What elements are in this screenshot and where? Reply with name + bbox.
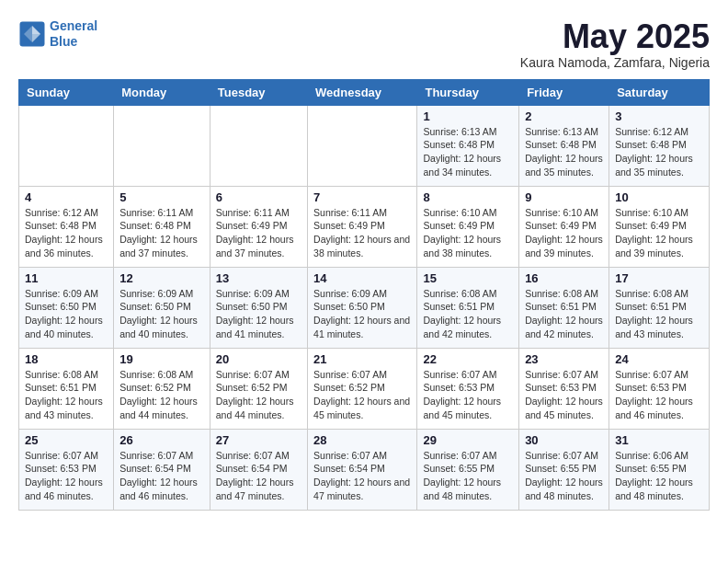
day-number: 22 [423, 352, 513, 366]
calendar-cell: 16Sunrise: 6:08 AMSunset: 6:51 PMDayligh… [519, 267, 609, 348]
day-number: 9 [525, 190, 603, 204]
calendar-cell: 22Sunrise: 6:07 AMSunset: 6:53 PMDayligh… [417, 348, 519, 429]
calendar-cell [308, 105, 417, 186]
calendar-cell [114, 105, 210, 186]
day-number: 19 [119, 352, 204, 366]
day-info: Sunrise: 6:10 AMSunset: 6:49 PMDaylight:… [525, 206, 603, 260]
day-info: Sunrise: 6:08 AMSunset: 6:51 PMDaylight:… [525, 287, 603, 341]
day-info: Sunrise: 6:07 AMSunset: 6:55 PMDaylight:… [525, 449, 603, 503]
day-number: 25 [25, 433, 108, 447]
day-info: Sunrise: 6:10 AMSunset: 6:49 PMDaylight:… [423, 206, 513, 260]
day-info: Sunrise: 6:07 AMSunset: 6:55 PMDaylight:… [423, 449, 513, 503]
calendar-cell: 21Sunrise: 6:07 AMSunset: 6:52 PMDayligh… [308, 348, 417, 429]
week-row-4: 18Sunrise: 6:08 AMSunset: 6:51 PMDayligh… [19, 348, 710, 429]
day-number: 11 [25, 271, 108, 285]
day-number: 3 [615, 109, 703, 123]
calendar-cell: 14Sunrise: 6:09 AMSunset: 6:50 PMDayligh… [308, 267, 417, 348]
day-info: Sunrise: 6:12 AMSunset: 6:48 PMDaylight:… [615, 125, 703, 179]
calendar-cell: 9Sunrise: 6:10 AMSunset: 6:49 PMDaylight… [519, 186, 609, 267]
weekday-header-wednesday: Wednesday [308, 79, 417, 105]
day-info: Sunrise: 6:08 AMSunset: 6:51 PMDaylight:… [25, 368, 108, 422]
day-number: 29 [423, 433, 513, 447]
calendar-cell: 5Sunrise: 6:11 AMSunset: 6:48 PMDaylight… [114, 186, 210, 267]
weekday-header-thursday: Thursday [417, 79, 519, 105]
weekday-header-friday: Friday [519, 79, 609, 105]
day-number: 4 [25, 190, 108, 204]
week-row-3: 11Sunrise: 6:09 AMSunset: 6:50 PMDayligh… [19, 267, 710, 348]
week-row-2: 4Sunrise: 6:12 AMSunset: 6:48 PMDaylight… [19, 186, 710, 267]
calendar-cell: 23Sunrise: 6:07 AMSunset: 6:53 PMDayligh… [519, 348, 609, 429]
calendar-cell: 13Sunrise: 6:09 AMSunset: 6:50 PMDayligh… [210, 267, 307, 348]
calendar-cell: 20Sunrise: 6:07 AMSunset: 6:52 PMDayligh… [210, 348, 307, 429]
day-number: 28 [313, 433, 411, 447]
weekday-header-sunday: Sunday [19, 79, 114, 105]
calendar-cell: 15Sunrise: 6:08 AMSunset: 6:51 PMDayligh… [417, 267, 519, 348]
calendar-cell: 18Sunrise: 6:08 AMSunset: 6:51 PMDayligh… [19, 348, 114, 429]
day-number: 5 [119, 190, 204, 204]
day-info: Sunrise: 6:11 AMSunset: 6:49 PMDaylight:… [216, 206, 301, 260]
day-info: Sunrise: 6:09 AMSunset: 6:50 PMDaylight:… [119, 287, 204, 341]
calendar-cell: 19Sunrise: 6:08 AMSunset: 6:52 PMDayligh… [114, 348, 210, 429]
weekday-header-monday: Monday [114, 79, 210, 105]
calendar-cell: 2Sunrise: 6:13 AMSunset: 6:48 PMDaylight… [519, 105, 609, 186]
month-title: May 2025 [520, 18, 710, 55]
day-number: 8 [423, 190, 513, 204]
day-info: Sunrise: 6:11 AMSunset: 6:49 PMDaylight:… [313, 206, 411, 260]
location: Kaura Namoda, Zamfara, Nigeria [520, 55, 710, 70]
day-number: 13 [216, 271, 301, 285]
calendar-cell: 24Sunrise: 6:07 AMSunset: 6:53 PMDayligh… [609, 348, 710, 429]
day-number: 16 [525, 271, 603, 285]
calendar-cell: 30Sunrise: 6:07 AMSunset: 6:55 PMDayligh… [519, 429, 609, 510]
calendar-cell: 3Sunrise: 6:12 AMSunset: 6:48 PMDaylight… [609, 105, 710, 186]
day-info: Sunrise: 6:07 AMSunset: 6:53 PMDaylight:… [25, 449, 108, 503]
calendar-cell [210, 105, 307, 186]
day-number: 20 [216, 352, 301, 366]
day-number: 23 [525, 352, 603, 366]
calendar-cell: 10Sunrise: 6:10 AMSunset: 6:49 PMDayligh… [609, 186, 710, 267]
day-number: 12 [119, 271, 204, 285]
weekday-header-saturday: Saturday [609, 79, 710, 105]
day-info: Sunrise: 6:07 AMSunset: 6:53 PMDaylight:… [525, 368, 603, 422]
day-info: Sunrise: 6:11 AMSunset: 6:48 PMDaylight:… [119, 206, 204, 260]
day-info: Sunrise: 6:06 AMSunset: 6:55 PMDaylight:… [615, 449, 703, 503]
logo-text: General Blue [50, 18, 97, 50]
day-info: Sunrise: 6:07 AMSunset: 6:54 PMDaylight:… [119, 449, 204, 503]
day-info: Sunrise: 6:09 AMSunset: 6:50 PMDaylight:… [313, 287, 411, 341]
week-row-1: 1Sunrise: 6:13 AMSunset: 6:48 PMDaylight… [19, 105, 710, 186]
calendar-cell: 26Sunrise: 6:07 AMSunset: 6:54 PMDayligh… [114, 429, 210, 510]
calendar-cell: 27Sunrise: 6:07 AMSunset: 6:54 PMDayligh… [210, 429, 307, 510]
day-number: 30 [525, 433, 603, 447]
title-block: May 2025 Kaura Namoda, Zamfara, Nigeria [520, 18, 710, 70]
calendar-cell: 1Sunrise: 6:13 AMSunset: 6:48 PMDaylight… [417, 105, 519, 186]
day-number: 31 [615, 433, 703, 447]
day-number: 10 [615, 190, 703, 204]
day-info: Sunrise: 6:13 AMSunset: 6:48 PMDaylight:… [525, 125, 603, 179]
calendar-cell: 4Sunrise: 6:12 AMSunset: 6:48 PMDaylight… [19, 186, 114, 267]
logo-icon [18, 20, 46, 48]
week-row-5: 25Sunrise: 6:07 AMSunset: 6:53 PMDayligh… [19, 429, 710, 510]
day-number: 21 [313, 352, 411, 366]
page-header: General Blue May 2025 Kaura Namoda, Zamf… [18, 18, 710, 70]
day-number: 17 [615, 271, 703, 285]
day-info: Sunrise: 6:08 AMSunset: 6:51 PMDaylight:… [615, 287, 703, 341]
day-info: Sunrise: 6:10 AMSunset: 6:49 PMDaylight:… [615, 206, 703, 260]
calendar-cell [19, 105, 114, 186]
calendar-cell: 11Sunrise: 6:09 AMSunset: 6:50 PMDayligh… [19, 267, 114, 348]
day-number: 27 [216, 433, 301, 447]
day-info: Sunrise: 6:07 AMSunset: 6:52 PMDaylight:… [313, 368, 411, 422]
day-info: Sunrise: 6:13 AMSunset: 6:48 PMDaylight:… [423, 125, 513, 179]
calendar-cell: 25Sunrise: 6:07 AMSunset: 6:53 PMDayligh… [19, 429, 114, 510]
day-info: Sunrise: 6:07 AMSunset: 6:53 PMDaylight:… [423, 368, 513, 422]
calendar-cell: 17Sunrise: 6:08 AMSunset: 6:51 PMDayligh… [609, 267, 710, 348]
weekday-header-row: SundayMondayTuesdayWednesdayThursdayFrid… [19, 79, 710, 105]
calendar-table: SundayMondayTuesdayWednesdayThursdayFrid… [18, 79, 710, 511]
day-number: 24 [615, 352, 703, 366]
day-number: 2 [525, 109, 603, 123]
day-info: Sunrise: 6:07 AMSunset: 6:52 PMDaylight:… [216, 368, 301, 422]
calendar-cell: 7Sunrise: 6:11 AMSunset: 6:49 PMDaylight… [308, 186, 417, 267]
day-number: 6 [216, 190, 301, 204]
day-number: 1 [423, 109, 513, 123]
calendar-cell: 8Sunrise: 6:10 AMSunset: 6:49 PMDaylight… [417, 186, 519, 267]
day-info: Sunrise: 6:07 AMSunset: 6:54 PMDaylight:… [313, 449, 411, 503]
day-number: 18 [25, 352, 108, 366]
